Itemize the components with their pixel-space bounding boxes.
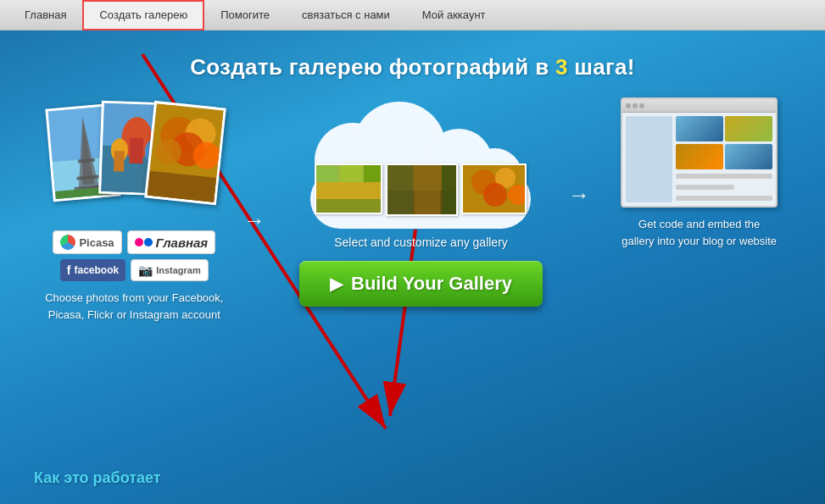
arrow-left-to-center: →: [243, 208, 265, 234]
nav-account[interactable]: Мой аккаунт: [406, 0, 502, 30]
svg-rect-32: [340, 165, 362, 182]
picasa-button[interactable]: Picasa: [53, 230, 121, 254]
gallery-thumb-3: [461, 163, 527, 214]
browser-text-1: [676, 174, 772, 179]
picasa-label: Picasa: [79, 236, 114, 249]
instagram-label: Instagram: [156, 265, 201, 275]
headline: Создать галерею фотографий в 3 шага!: [0, 30, 825, 80]
headline-text: Создать галерею фотографий в: [190, 54, 555, 80]
left-col-description: Choose photos from your Facebook,Picasa,…: [45, 290, 223, 323]
main-content: Создать галерею фотографий в 3 шага!: [0, 30, 825, 504]
build-gallery-button[interactable]: ▶ Build Your Gallery: [299, 261, 543, 307]
build-button-label: Build Your Gallery: [351, 273, 512, 295]
browser-sidebar: [626, 116, 672, 202]
how-it-works-link[interactable]: Как это работает: [34, 469, 161, 487]
social-row-2: f facebook 📷 Instagram: [60, 259, 209, 281]
browser-thumb-4: [725, 144, 772, 169]
nav-create-gallery[interactable]: Создать галерею: [82, 0, 204, 30]
svg-rect-31: [316, 165, 338, 182]
right-column: Get code and embed thegallery into your …: [615, 97, 784, 249]
browser-thumb-3: [676, 144, 723, 169]
photo-autumn: [145, 101, 227, 205]
facebook-icon: f: [67, 263, 71, 277]
svg-rect-29: [316, 182, 382, 199]
navbar: Главная Создать галерею Помогите связать…: [0, 0, 825, 30]
cloud-graphic: [302, 97, 539, 229]
flickr-label: Главная: [156, 235, 209, 250]
social-row-1: Picasa Главная: [53, 230, 215, 254]
browser-dot-2: [633, 103, 638, 108]
browser-bar: [622, 99, 776, 113]
svg-rect-38: [442, 165, 458, 216]
flickr-dot-blue: [144, 238, 153, 246]
browser-thumb-row-2: [676, 144, 772, 169]
nav-contact[interactable]: связаться с нами: [286, 0, 406, 30]
columns-layout: Picasa Главная f facebook 📷 Insta: [0, 80, 825, 323]
left-column: Picasa Главная f facebook 📷 Insta: [41, 97, 227, 323]
facebook-label: facebook: [75, 264, 120, 276]
picasa-icon: [60, 235, 75, 250]
center-col-label: Select and customize any gallery: [334, 235, 508, 249]
photo-stack: [49, 97, 219, 220]
headline-suffix: шага!: [568, 54, 635, 80]
svg-rect-33: [364, 165, 382, 182]
nav-home[interactable]: Главная: [8, 0, 82, 30]
browser-mockup: [621, 97, 778, 208]
browser-text-3: [676, 196, 772, 201]
svg-rect-36: [387, 165, 413, 216]
center-column: Select and customize any gallery ▶ Build…: [289, 97, 552, 307]
svg-rect-17: [130, 138, 144, 164]
nav-help[interactable]: Помогите: [204, 0, 286, 30]
browser-text-2: [676, 185, 733, 190]
play-icon: ▶: [330, 274, 343, 294]
browser-content: [622, 113, 776, 206]
cloud-gallery-thumbs: [315, 163, 527, 216]
browser-main-area: [676, 116, 772, 202]
browser-thumb-1: [676, 116, 723, 141]
gallery-thumb-2: [386, 163, 458, 216]
arrow-center-to-right: →: [568, 182, 590, 208]
flickr-icon: [135, 238, 153, 246]
facebook-button[interactable]: f facebook: [60, 259, 125, 281]
flickr-dot-pink: [135, 238, 143, 246]
browser-dot-3: [639, 103, 644, 108]
flickr-button[interactable]: Главная: [127, 230, 216, 254]
instagram-icon: 📷: [138, 263, 153, 277]
svg-point-42: [483, 183, 507, 207]
browser-thumb-row-1: [676, 116, 772, 141]
right-col-description: Get code and embed thegallery into your …: [622, 216, 777, 249]
headline-highlight: 3: [555, 54, 568, 80]
browser-dot-1: [626, 103, 631, 108]
instagram-button[interactable]: 📷 Instagram: [131, 259, 209, 281]
browser-thumb-2: [725, 116, 772, 141]
svg-rect-30: [316, 199, 382, 214]
svg-rect-18: [114, 151, 125, 171]
svg-rect-37: [415, 165, 440, 216]
gallery-thumb-1: [315, 163, 382, 214]
